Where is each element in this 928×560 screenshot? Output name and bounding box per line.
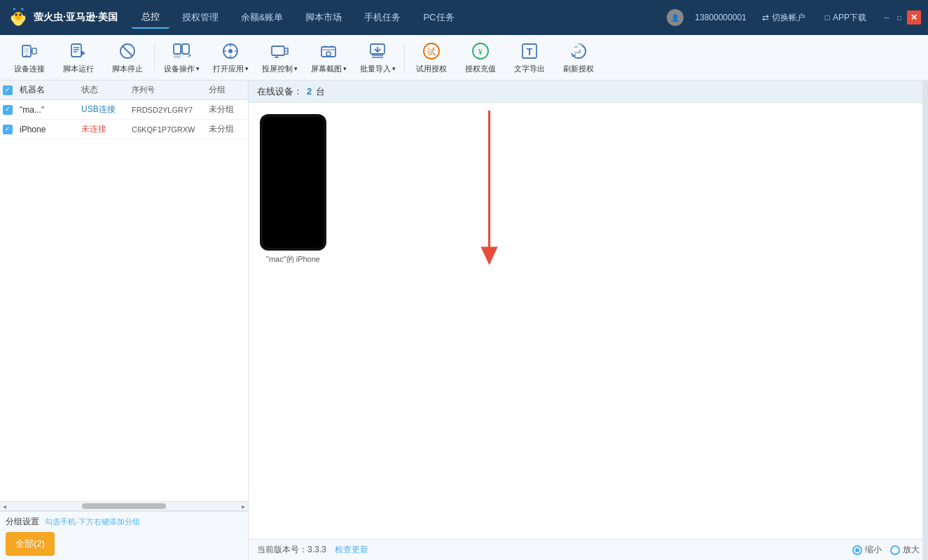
right-border [922, 80, 928, 560]
app-download-button[interactable]: □ APP下载 [821, 10, 871, 25]
trial-auth-label: 试用授权 [416, 64, 447, 74]
logo: 萤火虫·亚马逊·美国 [7, 6, 118, 29]
user-phone: 13800000001 [695, 13, 746, 22]
row2-name: iPhone [20, 125, 81, 134]
nav-item-余额账单[interactable]: 余额&账单 [231, 7, 293, 28]
refresh-auth-button[interactable]: 刷新授权 [555, 37, 602, 78]
device-connect-label: 设备连接 [14, 64, 45, 74]
device-op-button[interactable]: ▾ 设备操作 ▾ [158, 37, 205, 78]
table-row[interactable]: iPhone 未连接 C6KQF1P7GRXW 未分组 [0, 120, 248, 139]
trial-auth-icon: 试 [422, 41, 441, 61]
phone-label: "mac"的 iPhone [260, 254, 326, 265]
close-button[interactable]: ✕ [907, 10, 921, 24]
batch-import-icon [368, 41, 387, 61]
switch-account-button[interactable]: ⇄ 切换帐户 [758, 10, 810, 25]
avatar: 👤 [667, 9, 684, 26]
row2-group: 未分组 [209, 123, 245, 135]
script-stop-button[interactable]: 脚本停止 [104, 37, 151, 78]
screen-ctrl-label: 投屏控制 ▾ [262, 64, 298, 74]
table-header: 机器名 状态 序列号 分组 [0, 80, 248, 100]
svg-line-17 [123, 46, 132, 56]
svg-rect-7 [25, 48, 29, 53]
group-all-button[interactable]: 全部(2) [6, 532, 55, 556]
nav-item-脚本市场[interactable]: 脚本市场 [296, 7, 352, 28]
check-update-button[interactable]: 检查更新 [335, 544, 368, 556]
auth-recharge-button[interactable]: ¥ 授权充值 [457, 37, 504, 78]
toolbar: 设备连接 脚本运行 脚本停止 [0, 35, 928, 80]
nav-item-总控[interactable]: 总控 [132, 6, 169, 29]
scroll-right-arrow[interactable]: ▸ [242, 503, 245, 510]
text-export-button[interactable]: T 文字导出 [506, 37, 553, 78]
select-all-checkbox[interactable] [3, 85, 13, 95]
text-export-label: 文字导出 [514, 64, 545, 74]
screen-ctrl-button[interactable]: 投屏控制 ▾ [256, 37, 303, 78]
batch-import-label: 批量导入 ▾ [360, 64, 396, 74]
online-label: 在线设备： [257, 85, 303, 98]
zoom-small-label: 缩小 [865, 544, 882, 556]
script-run-icon [69, 41, 88, 61]
zoom-small-radio[interactable]: 缩小 [852, 544, 882, 556]
title-bar: 萤火虫·亚马逊·美国 总控 授权管理 余额&账单 脚本市场 手机任务 PC任务 … [0, 0, 928, 35]
col-name-header: 机器名 [20, 84, 81, 96]
nav-item-手机任务[interactable]: 手机任务 [354, 7, 410, 28]
scroll-thumb[interactable] [82, 503, 166, 509]
svg-text:▾: ▾ [188, 52, 191, 59]
device-connect-icon [20, 41, 39, 61]
row1-name: "ma..." [20, 105, 81, 115]
svg-point-10 [26, 55, 27, 56]
zoom-large-radio[interactable]: 放大 [890, 544, 920, 556]
svg-rect-8 [32, 48, 36, 54]
svg-rect-11 [71, 44, 81, 57]
device-op-icon: ▾ [172, 41, 191, 61]
logo-text: 萤火虫·亚马逊·美国 [34, 11, 118, 24]
script-stop-icon [118, 41, 137, 61]
svg-marker-15 [81, 50, 85, 56]
batch-import-button[interactable]: 批量导入 ▾ [354, 37, 401, 78]
auth-recharge-icon: ¥ [471, 41, 490, 61]
window-controls: ─ □ ✕ [882, 10, 921, 24]
phone-container[interactable]: "mac"的 iPhone [260, 114, 326, 251]
script-run-button[interactable]: 脚本运行 [55, 37, 102, 78]
text-export-icon: T [520, 41, 539, 61]
refresh-auth-icon [569, 41, 588, 61]
table-row[interactable]: "ma..." USB连接 FRDSD2YLGRY7 未分组 [0, 100, 248, 120]
online-unit: 台 [316, 85, 325, 98]
content: 机器名 状态 序列号 分组 "ma..." USB连接 FRDSD2YLGRY7… [0, 80, 928, 560]
svg-point-1 [15, 12, 22, 20]
device-connect-button[interactable]: 设备连接 [6, 37, 53, 78]
red-arrow [249, 103, 928, 539]
title-bar-right: 👤 13800000001 ⇄ 切换帐户 □ APP下载 ─ □ ✕ [667, 9, 921, 26]
zoom-small-circle [852, 545, 862, 555]
maximize-button[interactable]: □ [894, 13, 904, 22]
svg-text:T: T [527, 46, 533, 57]
logo-icon [7, 6, 29, 29]
screenshot-button[interactable]: 屏幕截图 ▾ [305, 37, 352, 78]
row2-checkbox[interactable] [3, 125, 13, 134]
group-settings-label: 分组设置 [6, 516, 39, 528]
minimize-button[interactable]: ─ [882, 13, 892, 22]
switch-icon: ⇄ [762, 13, 769, 22]
row1-serial: FRDSD2YLGRY7 [132, 106, 209, 114]
refresh-auth-label: 刷新授权 [563, 64, 594, 74]
online-count: 2 [307, 86, 312, 97]
open-app-button[interactable]: 打开应用 ▾ [207, 37, 254, 78]
open-app-icon [221, 41, 240, 61]
nav-item-PC任务[interactable]: PC任务 [413, 7, 464, 28]
svg-text:¥: ¥ [478, 46, 483, 57]
col-serial-header: 序列号 [132, 85, 209, 95]
row1-group: 未分组 [209, 104, 245, 115]
group-hint: 勾选手机-下方右键添加分组 [45, 517, 140, 527]
svg-rect-29 [272, 46, 284, 55]
phone-screen [263, 117, 324, 248]
device-table: 机器名 状态 序列号 分组 "ma..." USB连接 FRDSD2YLGRY7… [0, 80, 248, 501]
nav-item-授权管理[interactable]: 授权管理 [172, 7, 228, 28]
row1-status: USB连接 [81, 104, 132, 115]
script-stop-label: 脚本停止 [112, 64, 143, 74]
online-bar: 在线设备： 2 台 [249, 80, 928, 103]
status-bar: 当前版本号：3.3.3 检查更新 缩小 放大 [249, 539, 928, 560]
screen-ctrl-icon [270, 41, 289, 61]
trial-auth-button[interactable]: 试 试用授权 [408, 37, 455, 78]
device-op-label: 设备操作 ▾ [164, 64, 200, 74]
auth-recharge-label: 授权充值 [465, 64, 496, 74]
row1-checkbox[interactable] [3, 105, 13, 115]
